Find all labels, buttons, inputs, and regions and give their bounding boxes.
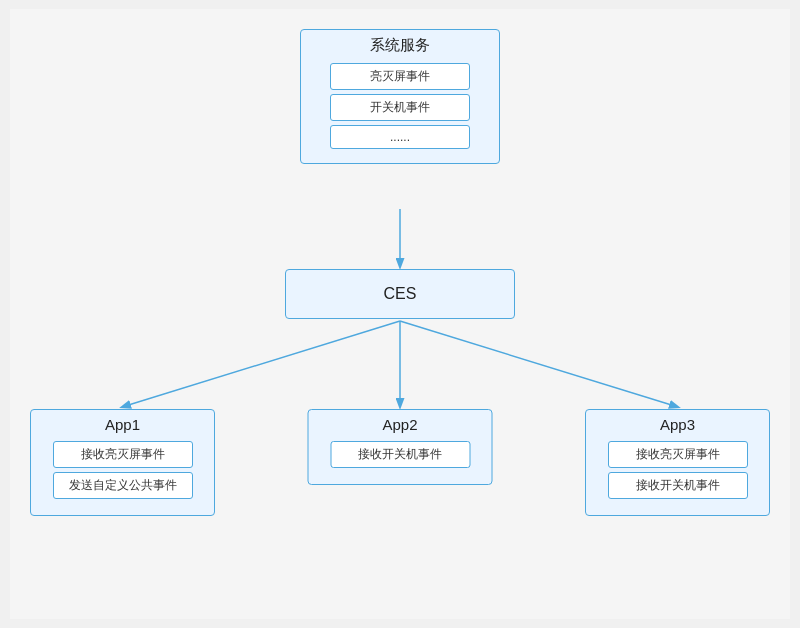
arrow-ces-to-app3 bbox=[400, 321, 678, 407]
app1-box: App1 接收亮灭屏事件 发送自定义公共事件 bbox=[30, 409, 215, 516]
app1-item-1: 发送自定义公共事件 bbox=[53, 472, 193, 499]
sys-service-title: 系统服务 bbox=[301, 30, 499, 59]
app1-title: App1 bbox=[31, 410, 214, 437]
ces-label: CES bbox=[384, 285, 417, 303]
sys-item-1: 开关机事件 bbox=[330, 94, 470, 121]
diagram: 系统服务 亮灭屏事件 开关机事件 ...... CES App1 接收亮灭屏事件… bbox=[10, 9, 790, 619]
app2-box: App2 接收开关机事件 bbox=[308, 409, 493, 485]
app1-item-0: 接收亮灭屏事件 bbox=[53, 441, 193, 468]
sys-item-0: 亮灭屏事件 bbox=[330, 63, 470, 90]
app3-item-0: 接收亮灭屏事件 bbox=[608, 441, 748, 468]
app3-box: App3 接收亮灭屏事件 接收开关机事件 bbox=[585, 409, 770, 516]
arrow-ces-to-app1 bbox=[122, 321, 400, 407]
app3-title: App3 bbox=[586, 410, 769, 437]
sys-service-box: 系统服务 亮灭屏事件 开关机事件 ...... bbox=[300, 29, 500, 164]
sys-item-2: ...... bbox=[330, 125, 470, 149]
app2-item-0: 接收开关机事件 bbox=[330, 441, 470, 468]
ces-box: CES bbox=[285, 269, 515, 319]
app2-title: App2 bbox=[309, 410, 492, 437]
app3-item-1: 接收开关机事件 bbox=[608, 472, 748, 499]
